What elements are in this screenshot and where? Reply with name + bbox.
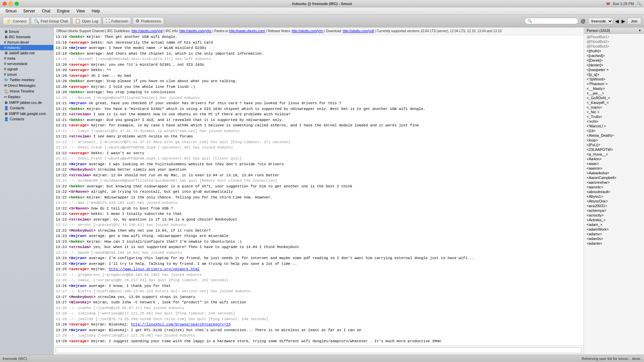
chat-line: 13:22 <MonkeyDust> streulma better simpl… <box>56 167 582 173</box>
preferences-button[interactable]: ⚙ Preferences <box>132 17 164 25</box>
sidebar-item-11[interactable]: 🏠 Home Timeline <box>0 88 53 94</box>
close-button[interactable] <box>3 2 7 6</box>
maximize-button[interactable] <box>15 2 19 6</box>
user-list-item[interactable]: <[cached]> <box>584 53 644 58</box>
menu-help[interactable]: Help <box>89 8 103 14</box>
sidebar-item-3[interactable]: # #ubuntu <box>0 45 53 50</box>
sidebar-item-8[interactable]: # smuxi <box>0 72 53 77</box>
join-button[interactable]: Join <box>627 18 641 24</box>
sidebar-item-2[interactable]: # #smuxi-devel <box>0 40 53 45</box>
server-select[interactable]: freenode <box>588 18 613 24</box>
find-group-chat-button[interactable]: 🔍 Find Group Chat <box>31 17 71 25</box>
chat-line: 13:22 -!- mao [~mao@124.116.184.118] has… <box>56 200 582 206</box>
user-list-item[interactable]: <|PuLi|> <box>584 142 644 147</box>
sidebar-item-5[interactable]: # meta <box>0 56 53 61</box>
user-list-item[interactable]: <[thufir]> <box>584 49 644 53</box>
chat-messages[interactable]: 13:19 <average> Kejran: see if it's supp… <box>54 35 584 345</box>
sidebar-item-0[interactable]: 🖥 Smuxi <box>0 29 53 34</box>
chat-line: 13:22 <SrRaven> how do I tell grub to bo… <box>56 206 582 212</box>
user-list-item[interactable]: <Alexia_Death|> <box>584 133 644 138</box>
sidebar-item-13[interactable]: 🖥 XMPP jabber.ccc.de <box>0 100 53 105</box>
sidebar-item-16[interactable]: 👤 Contacts <box>0 116 53 122</box>
user-list-item[interactable]: <aboudreault> <box>584 189 644 194</box>
user-list-item[interactable]: <_GoRDoN_> <box>584 96 644 100</box>
user-list-item[interactable]: <[nas|peter`> <box>584 67 644 72</box>
user-list-item[interactable]: <_Nic`> <box>584 110 644 114</box>
menu-chat[interactable]: Chat <box>39 8 53 14</box>
chat-line: 13:26 <Kejran> average: I know, I thank … <box>56 283 582 289</box>
user-list-item[interactable]: @FloodBot3> <box>584 44 644 49</box>
user-list-item[interactable]: <_KaszpiR_> <box>584 100 644 105</box>
menu-engine[interactable]: Engine <box>54 8 72 14</box>
title-bar-right: W Sun 1:29 PM 🔍 <box>606 1 641 6</box>
user-list-item[interactable]: <adamx> <box>584 232 644 236</box>
user-list-item[interactable]: <aca20031> <box>584 203 644 208</box>
user-list-item[interactable]: <adamWork> <box>584 227 644 232</box>
user-list-item[interactable]: <achernya> <box>584 208 644 213</box>
user-list-item[interactable]: <aaronnehar> <box>584 180 644 185</box>
user-list-item[interactable]: <Actreka_> <box>584 218 644 222</box>
user-list-item[interactable]: <__blasty> <box>584 86 644 91</box>
user-list-item[interactable]: <'3pWood> <box>584 77 644 81</box>
menu-smuxi[interactable]: Smuxi <box>3 8 19 14</box>
user-list-item[interactable]: <23LAAPOTW> <box>584 147 644 152</box>
chat-line: 13:28 <average> Kejran: BluesKaj: http:/… <box>56 322 582 327</box>
sidebar-item-12[interactable]: ↩ Replies <box>0 94 53 100</box>
user-list-item[interactable]: <AbyssOne> <box>584 199 644 203</box>
user-list-item[interactable]: <'MarceLl`> <box>584 124 644 128</box>
user-list-item[interactable]: <adante> <box>584 241 644 246</box>
sidebar-item-14[interactable]: 👤 Contacts <box>0 105 53 111</box>
user-list-item[interactable]: <_marix> <box>584 105 644 110</box>
menu-view[interactable]: View <box>73 8 88 14</box>
user-list-item[interactable]: <acrocity> <box>584 213 644 218</box>
menu-icon-w: W <box>606 2 610 6</box>
user-list-item[interactable]: <Aakanksha> <box>584 171 644 175</box>
user-list-item[interactable]: <aarontc> <box>584 185 644 189</box>
chat-line: 13:29 -!- jimjiang [~wentiang@117.121.25… <box>56 333 582 339</box>
user-list-item[interactable]: <[dexter]> <box>584 63 644 67</box>
open-log-button[interactable]: 📋 Open Log <box>72 17 101 25</box>
connect-button[interactable]: ⚡ Connect <box>3 17 30 25</box>
sidebar-item-7[interactable]: # signalr <box>0 66 53 72</box>
user-list-item[interactable]: <AaronCampbell> <box>584 175 644 180</box>
fullscreen-button[interactable]: ⛶ Fullscreen <box>103 17 131 25</box>
chat-area: Official Ubuntu Support Channel | IRC Gu… <box>54 27 584 355</box>
sidebar-item-4[interactable]: 🖥 JabbR jabbr.net <box>0 50 53 56</box>
user-list-item[interactable]: <'Phantom`> <box>584 81 644 86</box>
chat-line: 13:26 -!- Jamie_ [~vorsprung@2.26.217.83… <box>56 278 582 283</box>
nav-next-icon[interactable]: ▶ <box>621 18 626 24</box>
user-list-item[interactable]: <|1li> <box>584 128 644 133</box>
search-icon[interactable]: 🔍 <box>637 1 641 6</box>
chat-line: 13:23 <streulma> yes, but when it is not… <box>56 244 582 250</box>
user-list-item[interactable]: <a_muva__> <box>584 152 644 157</box>
user-list-chevron-icon[interactable]: ▼ <box>638 29 641 32</box>
user-list-item[interactable]: <Aa4on> <box>584 157 644 161</box>
nav-prev-icon[interactable]: ◀ <box>614 18 620 24</box>
sidebar-item-10[interactable]: ✉ Direct Messages <box>0 83 53 88</box>
chat-line: 13:22 <Kejran> average: I was looking on… <box>56 162 582 167</box>
user-list-item[interactable]: @FloodBot2> <box>584 39 644 44</box>
user-list-item[interactable]: <'echi> <box>584 119 644 124</box>
minimize-button[interactable] <box>9 2 13 6</box>
search-input[interactable] <box>534 19 574 23</box>
user-list-item[interactable]: <adan0s> <box>584 236 644 241</box>
sidebar-item-15[interactable]: 🖥 XMPP talk.google.com <box>0 111 53 116</box>
user-list-item[interactable]: <aaeron> <box>584 166 644 171</box>
user-list-scroll[interactable]: @FloodBot1>@FloodBot2>@FloodBot3><[thufi… <box>584 34 644 355</box>
sidebar-item-9[interactable]: 🐦 Twitter meebey <box>0 77 53 83</box>
sidebar-item-1[interactable]: 🖥 IRC freenode <box>0 34 53 40</box>
user-list-item[interactable]: <[p_q]> <box>584 72 644 77</box>
window-title: #ubuntu @ freenode (IRC) - Smuxi <box>292 2 352 6</box>
chat-line: 13:19 <bekks> Kejran: Then get another U… <box>56 35 582 40</box>
user-list-item[interactable]: <Abyss1> <box>584 194 644 199</box>
user-list-item[interactable]: @FloodBot1> <box>584 35 644 39</box>
user-list-item[interactable]: <loop> <box>584 138 644 142</box>
menu-server[interactable]: Server <box>20 8 38 14</box>
sidebar-item-6[interactable]: # servicestack <box>0 61 53 66</box>
user-list-item[interactable]: <_Trullo> <box>584 114 644 119</box>
user-list-item[interactable]: <[Derek]> <box>584 58 644 63</box>
user-list-item[interactable]: <__jae__> <box>584 91 644 96</box>
user-list-item[interactable]: <aaas> <box>584 161 644 166</box>
chat-input[interactable] <box>56 347 582 353</box>
user-list-item[interactable]: <adam_> <box>584 222 644 227</box>
